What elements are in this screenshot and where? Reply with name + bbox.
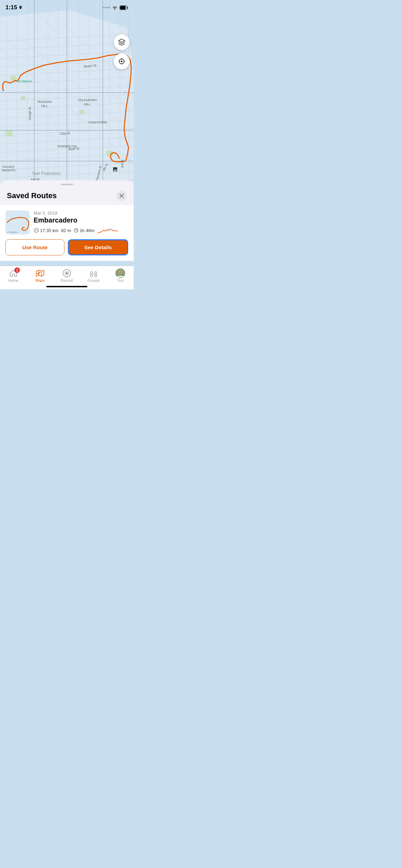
you-icon-wrap xyxy=(115,269,125,278)
svg-rect-86 xyxy=(120,6,126,9)
route-name: Embarcadero xyxy=(34,216,128,224)
sheet-header: Saved Routes xyxy=(0,185,134,205)
groups-icon xyxy=(89,269,98,277)
elevation-stat: 82 m xyxy=(61,228,71,233)
svg-text:HILL: HILL xyxy=(84,103,90,106)
wifi-icon xyxy=(112,5,118,10)
tab-maps-label: Maps xyxy=(36,278,45,282)
svg-point-102 xyxy=(95,275,97,277)
svg-point-98 xyxy=(66,273,68,274)
see-details-button[interactable]: See Details xyxy=(68,239,128,255)
svg-rect-43 xyxy=(5,130,13,136)
svg-text:HEIGHTS: HEIGHTS xyxy=(2,169,15,172)
svg-text:TELEGRAPH: TELEGRAPH xyxy=(78,98,97,102)
svg-point-108 xyxy=(119,271,122,274)
route-card: n Francisco Mar 5, 2018 Embarcadero 17.3… xyxy=(0,205,134,261)
svg-point-100 xyxy=(95,272,97,274)
route-stats: 17.35 km 82 m 1h 46m xyxy=(34,226,128,234)
tab-record[interactable]: Record xyxy=(57,269,77,282)
maps-icon xyxy=(36,269,45,277)
tab-home-label: Home xyxy=(8,278,18,282)
svg-text:Gough St: Gough St xyxy=(28,107,32,120)
tab-groups[interactable]: Groups xyxy=(83,269,104,282)
home-icon-wrap: 1 xyxy=(8,269,19,278)
record-icon-wrap xyxy=(62,269,72,278)
tab-home[interactable]: 1 Home xyxy=(3,269,24,282)
groups-icon-wrap xyxy=(88,269,99,278)
signal-bars xyxy=(102,7,110,8)
bottom-sheet: Saved Routes n Francisco Mar 5, 2018 Emb… xyxy=(0,180,134,261)
tab-you[interactable]: You xyxy=(110,269,131,282)
tab-groups-label: Groups xyxy=(87,278,100,282)
svg-text:CHINATOWN: CHINATOWN xyxy=(88,121,107,124)
svg-text:🚌: 🚌 xyxy=(113,168,117,171)
svg-rect-41 xyxy=(79,110,84,114)
svg-point-99 xyxy=(90,272,93,274)
svg-text:San Francisco: San Francisco xyxy=(32,171,60,176)
map-controls xyxy=(114,34,130,69)
duration-stat: 1h 46m xyxy=(74,228,94,233)
tab-you-label: You xyxy=(117,278,124,282)
use-route-button[interactable]: Use Route xyxy=(5,239,64,255)
status-bar: 1:15 xyxy=(0,0,134,15)
record-icon xyxy=(62,269,71,278)
home-badge: 1 xyxy=(14,267,20,273)
svg-line-93 xyxy=(76,230,77,231)
status-time: 1:15 xyxy=(5,4,23,11)
location-button[interactable] xyxy=(114,53,130,69)
svg-text:Clay St: Clay St xyxy=(60,131,70,135)
svg-text:HILL: HILL xyxy=(41,104,48,108)
distance-stat: 17.35 km xyxy=(34,228,58,233)
svg-text:3rd St: 3rd St xyxy=(121,159,124,168)
route-thumbnail: n Francisco xyxy=(5,210,29,234)
svg-rect-40 xyxy=(21,96,25,100)
status-icons xyxy=(102,5,128,10)
svg-point-101 xyxy=(90,275,93,277)
svg-text:Fort Mason: Fort Mason xyxy=(15,80,32,83)
svg-point-80 xyxy=(121,61,122,62)
route-info: Mar 5, 2018 Embarcadero 17.35 km 82 m xyxy=(34,210,128,234)
route-date: Mar 5, 2018 xyxy=(34,210,128,216)
battery-icon xyxy=(120,5,128,10)
svg-text:PACIFIC: PACIFIC xyxy=(3,165,15,169)
home-indicator xyxy=(46,286,87,287)
svg-text:RUSSIAN: RUSSIAN xyxy=(38,100,51,104)
maps-icon-wrap xyxy=(35,269,45,278)
svg-text:n Francisco: n Francisco xyxy=(7,231,18,233)
close-button[interactable] xyxy=(117,191,127,201)
layers-button[interactable] xyxy=(114,34,130,50)
svg-text:Bush St: Bush St xyxy=(69,147,80,151)
sheet-title: Saved Routes xyxy=(7,191,57,200)
route-card-top: n Francisco Mar 5, 2018 Embarcadero 17.3… xyxy=(5,210,128,234)
user-avatar xyxy=(116,268,125,278)
tab-maps[interactable]: Maps xyxy=(30,269,50,282)
tab-record-label: Record xyxy=(61,278,73,282)
route-actions: Use Route See Details xyxy=(5,239,128,255)
